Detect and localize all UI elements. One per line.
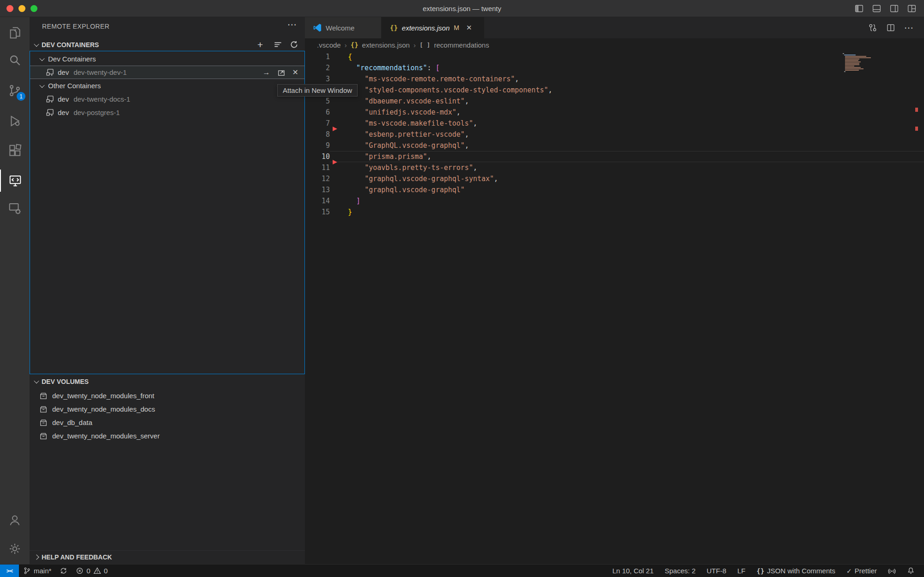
toggle-secondary-sidebar-icon[interactable] <box>889 4 899 13</box>
line-number: 15 <box>305 207 330 218</box>
dev-volumes-section-header[interactable]: DEV VOLUMES <box>30 375 305 388</box>
dev-volumes-list: dev_twenty_node_modules_frontdev_twenty_… <box>30 389 305 443</box>
problems-item[interactable]: 0 0 <box>72 565 112 577</box>
code-line-9[interactable]: 9 "GraphQL.vscode-graphql", <box>305 140 924 151</box>
chevron-down-icon <box>39 82 44 87</box>
code-line-7[interactable]: 7 "ms-vscode.makefile-tools", <box>305 118 924 129</box>
split-editor-icon[interactable] <box>886 23 895 32</box>
language-mode-item[interactable]: {} JSON with Comments <box>751 565 841 577</box>
minimap-line <box>845 67 861 68</box>
code-line-15[interactable]: 15} <box>305 207 924 218</box>
refresh-icon[interactable] <box>290 40 298 49</box>
git-deleted-lines-marker[interactable] <box>333 127 337 131</box>
tree-group-other-containers[interactable]: Other Containers <box>30 79 304 92</box>
line-number: 5 <box>305 96 330 107</box>
check-icon: ✓ <box>846 567 852 575</box>
dev-volume-icon <box>39 392 48 400</box>
dev-containers-section-label: DEV CONTAINERS <box>42 41 99 49</box>
braces-icon: {} <box>757 567 765 575</box>
code-area[interactable]: 1{2 "recommendations": [3 "ms-vscode-rem… <box>305 51 924 564</box>
volume-item-dev_db_data[interactable]: dev_db_data <box>30 416 305 429</box>
tree-group-dev-containers[interactable]: Dev Containers <box>30 52 304 66</box>
chevron-down-icon <box>34 378 39 383</box>
line-number: 13 <box>305 184 330 195</box>
code-line-1[interactable]: 1{ <box>305 51 924 62</box>
encoding-item[interactable]: UTF-8 <box>701 565 732 577</box>
toggle-primary-sidebar-icon[interactable] <box>854 4 864 13</box>
tab-extensions-json[interactable]: {} extensions.json M ✕ <box>382 17 484 38</box>
eol-item[interactable]: LF <box>732 565 751 577</box>
code-line-8[interactable]: 8 "esbenp.prettier-vscode", <box>305 129 924 140</box>
code-line-6[interactable]: 6 "unifiedjs.vscode-mdx", <box>305 107 924 118</box>
code-line-11[interactable]: 11 "yoavbls.pretty-ts-errors", <box>305 162 924 173</box>
symbol-array-icon: [ ] <box>419 42 430 49</box>
extensions-icon[interactable] <box>0 140 30 162</box>
tab-welcome[interactable]: Welcome <box>305 17 382 38</box>
tree-item-dev-twenty-docs-1[interactable]: devdev-twenty-docs-1 <box>30 92 304 106</box>
zoom-window-button[interactable] <box>30 5 37 12</box>
accounts-icon[interactable] <box>0 509 30 531</box>
git-branch-item[interactable]: main* <box>19 565 55 577</box>
remote-explorer-icon[interactable] <box>0 170 30 192</box>
window-title: extensions.json — twenty <box>423 5 501 12</box>
settings-gear-icon[interactable] <box>0 538 30 560</box>
list-icon[interactable] <box>274 40 282 49</box>
toggle-panel-icon[interactable] <box>872 4 881 13</box>
customize-layout-icon[interactable] <box>907 4 917 13</box>
breadcrumb-file[interactable]: extensions.json <box>362 41 410 49</box>
open-changes-icon[interactable] <box>868 23 877 32</box>
cursor-position-item[interactable]: Ln 10, Col 21 <box>607 565 659 577</box>
code-line-4[interactable]: 4 "styled-components.vscode-styled-compo… <box>305 85 924 96</box>
line-number: 7 <box>305 118 330 129</box>
dev-container-icon <box>46 68 55 77</box>
code-line-10[interactable]: 10 "prisma.prisma", <box>305 151 924 162</box>
dev-volume-icon <box>39 405 48 413</box>
volume-item-dev_twenty_node_modules_docs[interactable]: dev_twenty_node_modules_docs <box>30 402 305 416</box>
minimap-line <box>845 57 871 58</box>
remote-indicator[interactable]: >< <box>0 565 19 577</box>
code-line-2[interactable]: 2 "recommendations": [ <box>305 62 924 73</box>
breadcrumb-folder[interactable]: .vscode <box>317 41 341 49</box>
tree-item-dev-postgres-1[interactable]: devdev-postgres-1 <box>30 106 304 119</box>
attach-in-new-window-tooltip: Attach in New Window <box>277 84 358 97</box>
code-line-3[interactable]: 3 "ms-vscode-remote.remote-containers", <box>305 73 924 85</box>
close-window-button[interactable] <box>6 5 13 12</box>
dev-containers-icon[interactable] <box>0 197 30 219</box>
container-name: dev <box>58 109 69 116</box>
breadcrumb-symbol[interactable]: recommendations <box>434 41 489 49</box>
search-icon[interactable] <box>0 49 30 71</box>
editor-group: Welcome {} extensions.json M ✕ ⋯ .vscode… <box>305 17 924 564</box>
more-actions-icon[interactable]: ⋯ <box>287 19 297 30</box>
code-line-5[interactable]: 5 "dbaeumer.vscode-eslint", <box>305 96 924 107</box>
broadcast-item[interactable] <box>882 565 901 577</box>
close-tab-icon[interactable]: ✕ <box>466 24 472 32</box>
stop-container-button[interactable]: ✕ <box>292 68 298 77</box>
code-line-14[interactable]: 14 ] <box>305 195 924 207</box>
source-control-badge: 1 <box>17 92 25 101</box>
minimize-window-button[interactable] <box>18 5 25 12</box>
overview-ruler-mark <box>915 108 918 112</box>
more-actions-icon[interactable]: ⋯ <box>904 22 914 33</box>
code-line-12[interactable]: 12 "graphql.vscode-graphql-syntax", <box>305 173 924 184</box>
minimap[interactable] <box>843 53 875 73</box>
explorer-icon[interactable] <box>0 22 30 44</box>
indentation-item[interactable]: Spaces: 2 <box>659 565 701 577</box>
volume-item-dev_twenty_node_modules_server[interactable]: dev_twenty_node_modules_server <box>30 429 305 443</box>
volume-item-dev_twenty_node_modules_front[interactable]: dev_twenty_node_modules_front <box>30 389 305 402</box>
git-deleted-lines-marker[interactable] <box>333 160 337 164</box>
dev-containers-section-header[interactable]: DEV CONTAINERS + <box>30 38 305 51</box>
code-line-13[interactable]: 13 "graphql.vscode-graphql" <box>305 184 924 195</box>
source-control-icon[interactable]: 1 <box>0 79 30 102</box>
minimap-line <box>844 55 856 55</box>
run-and-debug-icon[interactable] <box>0 110 30 132</box>
attach-in-new-window-button[interactable] <box>277 68 286 77</box>
error-count: 0 <box>86 567 90 575</box>
help-and-feedback-section-header[interactable]: HELP AND FEEDBACK <box>30 550 305 564</box>
notifications-item[interactable] <box>901 565 920 577</box>
add-icon[interactable]: + <box>257 40 266 49</box>
attach-to-container-button[interactable]: → <box>263 68 270 77</box>
tree-item-dev-twenty-dev-1[interactable]: devdev-twenty-dev-1→✕ <box>30 66 304 79</box>
sync-changes-item[interactable] <box>55 565 72 577</box>
bell-icon <box>907 567 915 575</box>
formatter-item[interactable]: ✓ Prettier <box>841 565 882 577</box>
